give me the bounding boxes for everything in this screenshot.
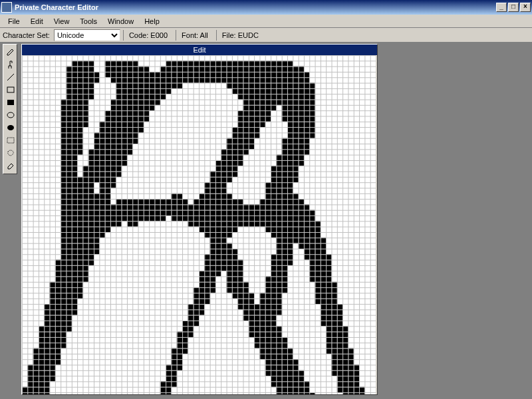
line-tool[interactable] (5, 71, 17, 83)
pencil-tool[interactable] (5, 46, 17, 58)
svg-point-4 (7, 125, 14, 130)
ellipse-tool[interactable] (5, 109, 17, 121)
filled-ellipse-icon (6, 123, 15, 132)
select-rect-icon (6, 136, 15, 145)
svg-rect-2 (7, 100, 14, 105)
rect-tool[interactable] (5, 84, 17, 96)
menu-window[interactable]: Window (102, 16, 139, 27)
code-info: Code: E000 (123, 30, 173, 41)
fillellipse-tool[interactable] (5, 122, 17, 134)
menu-help[interactable]: Help (139, 16, 165, 27)
charset-label: Character Set: (3, 31, 50, 39)
window-title: Private Character Editor (15, 3, 495, 11)
freeselect-tool[interactable] (5, 147, 17, 159)
file-info: File: EUDC (216, 30, 264, 41)
maximize-button[interactable]: □ (508, 3, 519, 12)
eraser-tool[interactable] (5, 160, 17, 172)
info-bar: Character Set: Unicode Code: E000 Font: … (0, 28, 532, 43)
app-icon (1, 2, 12, 13)
brush-tool[interactable] (5, 59, 17, 70)
fillrect-tool[interactable] (5, 96, 17, 108)
brush-icon (6, 60, 15, 69)
close-button[interactable]: × (520, 3, 531, 12)
edit-window-title: Edit (22, 45, 377, 55)
svg-line-0 (7, 74, 14, 80)
pencil-icon (6, 47, 15, 57)
eraser-icon (6, 161, 15, 170)
menu-view[interactable]: View (49, 16, 75, 27)
line-icon (6, 72, 15, 82)
ellipse-icon (6, 110, 15, 120)
menu-file[interactable]: File (3, 16, 25, 27)
glyph-canvas[interactable] (22, 55, 376, 394)
menu-edit[interactable]: Edit (25, 16, 49, 27)
edit-window: Edit (21, 44, 378, 395)
rectselect-tool[interactable] (5, 134, 17, 146)
menu-bar: File Edit View Tools Window Help (0, 15, 532, 28)
filled-rectangle-icon (6, 98, 15, 107)
font-info: Font: All (176, 30, 213, 41)
svg-point-3 (7, 112, 14, 118)
workspace: Edit (0, 43, 532, 399)
svg-rect-5 (7, 138, 14, 143)
charset-select[interactable]: Unicode (54, 29, 120, 41)
svg-rect-1 (7, 87, 14, 92)
select-free-icon (6, 148, 15, 158)
minimize-button[interactable]: _ (496, 3, 507, 12)
title-bar: Private Character Editor _ □ × (0, 0, 532, 15)
menu-tools[interactable]: Tools (74, 16, 102, 27)
rectangle-icon (6, 85, 15, 94)
toolbox (3, 44, 17, 174)
